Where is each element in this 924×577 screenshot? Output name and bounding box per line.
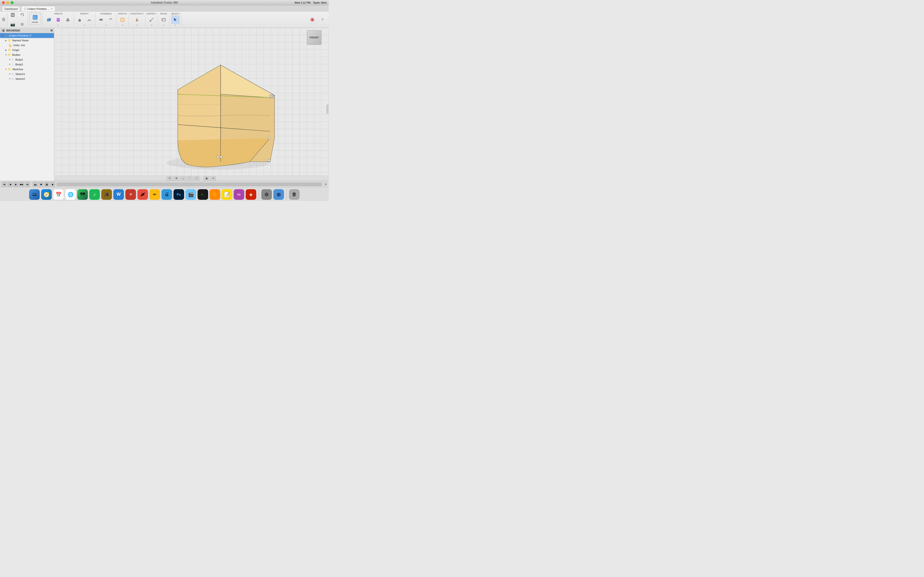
- zoom-out-button[interactable]: −: [187, 176, 193, 181]
- dock-imovie[interactable]: 🎬: [186, 189, 196, 200]
- body3-eye-icon[interactable]: 👁: [9, 63, 11, 66]
- image-chevron[interactable]: ▾: [163, 24, 164, 26]
- viewport[interactable]: FRONT ‹ ⟳ ✥ ⌂ − + ▣ ▾: [54, 28, 329, 181]
- sketch2-eye-icon[interactable]: 👁: [9, 77, 11, 80]
- svg-rect-36: [270, 95, 273, 98]
- tree-root[interactable]: ▼ ⊙ Cistern Primitive v7: [0, 33, 54, 38]
- home-button[interactable]: ⌂: [180, 176, 186, 181]
- toolbar-select-section: SELECT ▾: [170, 13, 181, 27]
- select-chevron[interactable]: ▾: [175, 24, 176, 26]
- dock-maps[interactable]: 🗺: [77, 189, 88, 200]
- tree-body2[interactable]: 👁 □ Body2: [0, 57, 54, 62]
- tab-close-icon[interactable]: ✕: [51, 8, 53, 10]
- inspect-chevron[interactable]: ▾: [151, 24, 152, 26]
- close-button[interactable]: [2, 1, 5, 4]
- pan-button[interactable]: ✥: [173, 176, 179, 181]
- modify-chevron[interactable]: ▾: [84, 24, 85, 26]
- sketch-button[interactable]: [118, 15, 127, 24]
- tree-sketch1[interactable]: 👁 ⬡ Sketch1: [0, 72, 54, 76]
- capture-button[interactable]: 📷: [8, 20, 17, 29]
- maximize-button[interactable]: [11, 1, 13, 4]
- toolbar-construct-section: CONSTRUCT ▾: [129, 13, 145, 27]
- minimize-button[interactable]: [6, 1, 9, 4]
- modify-fillet-button[interactable]: [85, 15, 94, 24]
- timeline-track[interactable]: [57, 183, 322, 186]
- timeline-play-button[interactable]: ▶: [13, 182, 18, 187]
- construct-plane-button[interactable]: [132, 15, 141, 24]
- right-panel-handle[interactable]: ‹: [326, 104, 329, 114]
- dock-launcher[interactable]: ⊞: [273, 189, 284, 200]
- dock-notes[interactable]: 📝: [221, 189, 232, 200]
- image-label: IMAGE: [160, 13, 167, 15]
- browser-collapse-button[interactable]: ◀: [2, 29, 5, 32]
- viewcube[interactable]: FRONT: [307, 30, 324, 47]
- settings-button[interactable]: ⚙: [18, 20, 26, 29]
- dock-terminal[interactable]: >_: [197, 189, 208, 200]
- tree-bodies[interactable]: ▼ 📁 Bodies: [0, 52, 54, 57]
- timeline-record-button[interactable]: ⏺: [39, 182, 43, 187]
- timeline-next-button[interactable]: ▶▶: [19, 182, 24, 187]
- dock-word[interactable]: W: [113, 189, 124, 200]
- dock-calendar[interactable]: 📅: [53, 189, 64, 200]
- zoom-in-button[interactable]: +: [194, 176, 199, 181]
- dock-alfred[interactable]: 🎩: [101, 189, 112, 200]
- sketch1-eye-icon[interactable]: 👁: [9, 73, 11, 75]
- menu-button[interactable]: ☰: [2, 17, 5, 22]
- tree-sketch2[interactable]: 👁 ⬡ Sketch2: [0, 76, 54, 81]
- dock-infinity[interactable]: ∞: [234, 189, 244, 200]
- toolbar-image-section: IMAGE ▾: [158, 13, 170, 27]
- select-button[interactable]: [171, 15, 180, 24]
- create-chevron[interactable]: ▾: [58, 24, 59, 26]
- inspect-measure-button[interactable]: [147, 15, 156, 24]
- timeline-start-button[interactable]: ⏮: [2, 182, 7, 187]
- sketch-chevron[interactable]: ▾: [122, 24, 123, 26]
- dock-finder[interactable]: 🗂: [29, 189, 40, 200]
- image-button[interactable]: [159, 15, 168, 24]
- bodies-folder-icon: 📁: [8, 53, 11, 57]
- viewcube-face-front[interactable]: FRONT: [307, 30, 321, 45]
- dock-printer[interactable]: 🖨: [162, 189, 172, 200]
- tree-origin[interactable]: ▶ 📁 Origin: [0, 48, 54, 52]
- tree-units[interactable]: 📐 Units: mm: [0, 43, 54, 48]
- timeline-capture-button[interactable]: 📷: [33, 182, 37, 187]
- dock-vlc[interactable]: 🔶: [210, 189, 220, 200]
- dock-spotify[interactable]: ♪: [89, 189, 100, 200]
- toolbar-sketch-section: SKETCH ▾: [117, 13, 129, 27]
- dock-photoshop[interactable]: Ps: [173, 189, 184, 200]
- view-mode-button[interactable]: ▣: [204, 176, 209, 181]
- dock-chrome[interactable]: 🌐: [65, 189, 76, 200]
- save-button[interactable]: [8, 11, 17, 19]
- browser-search-icon[interactable]: ⊞: [50, 29, 52, 32]
- dock-systemprefs[interactable]: ⚙: [261, 189, 272, 200]
- modify-press-button[interactable]: [75, 15, 84, 24]
- tree-sketches[interactable]: ▼ 📁 Sketches: [0, 67, 54, 72]
- construct-chevron[interactable]: ▾: [136, 24, 137, 26]
- undo-button[interactable]: [18, 11, 26, 19]
- tree-named-views[interactable]: ▶ 📁 Named Views: [0, 38, 54, 43]
- model-button[interactable]: MODEL: [29, 13, 41, 24]
- dock-safari[interactable]: 🧭: [41, 189, 52, 200]
- dock-warp[interactable]: ✕: [125, 189, 136, 200]
- dock-paprika[interactable]: 🌶: [137, 189, 148, 200]
- timeline-marker-button[interactable]: ◆: [50, 182, 55, 187]
- dock-sketch[interactable]: ✏: [149, 189, 160, 200]
- timeline-scene-button[interactable]: 🎬: [44, 182, 49, 187]
- timeline-settings-icon[interactable]: ⚙: [325, 183, 327, 185]
- timeline-end-button[interactable]: ⏭: [25, 182, 30, 187]
- tree-body3[interactable]: 👁 □ Body3: [0, 62, 54, 67]
- assemble-undo-button[interactable]: [107, 15, 115, 24]
- assemble-chevron[interactable]: ▾: [105, 24, 107, 26]
- create-cylinder-button[interactable]: [54, 15, 63, 24]
- dock-trash[interactable]: 🗑: [289, 189, 300, 200]
- create-extrude-button[interactable]: [63, 15, 72, 24]
- timeline: ⏮ ◀ ▶ ▶▶ ⏭ 📷 ⏺ 🎬 ◆ ⚙: [0, 181, 329, 187]
- display-settings-button[interactable]: ▾: [210, 176, 216, 181]
- orbit-button[interactable]: ⟳: [167, 176, 173, 181]
- create-box-button[interactable]: [44, 15, 53, 24]
- record-button[interactable]: [308, 15, 317, 24]
- timeline-prev-button[interactable]: ◀: [8, 182, 13, 187]
- body2-eye-icon[interactable]: 👁: [9, 58, 11, 61]
- dock-corel[interactable]: ◈: [246, 189, 256, 200]
- assemble-joint-button[interactable]: [97, 15, 105, 24]
- help-button[interactable]: ?: [318, 15, 327, 24]
